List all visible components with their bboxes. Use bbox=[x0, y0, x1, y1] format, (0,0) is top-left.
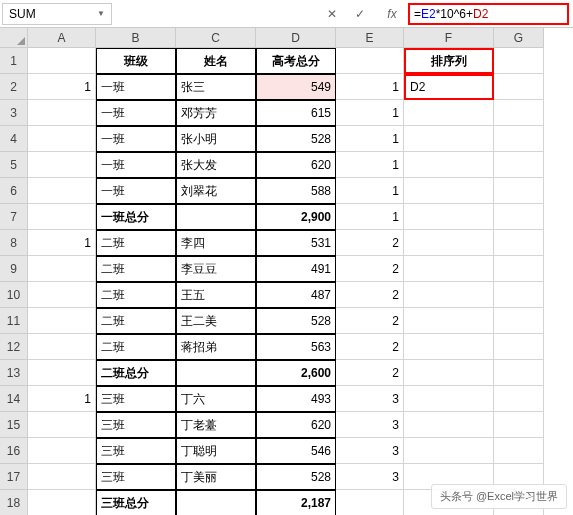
cell-c14[interactable]: 丁六 bbox=[176, 386, 256, 412]
cell-a4[interactable] bbox=[28, 126, 96, 152]
cell-c7[interactable] bbox=[176, 204, 256, 230]
chevron-down-icon[interactable]: ▼ bbox=[97, 9, 105, 18]
cell-f6[interactable] bbox=[404, 178, 494, 204]
cell-d13[interactable]: 2,600 bbox=[256, 360, 336, 386]
row-header-10[interactable]: 10 bbox=[0, 282, 28, 308]
col-header-a[interactable]: A bbox=[28, 28, 96, 48]
cell-g10[interactable] bbox=[494, 282, 544, 308]
cell-b4[interactable]: 一班 bbox=[96, 126, 176, 152]
cell-f14[interactable] bbox=[404, 386, 494, 412]
cell-d9[interactable]: 491 bbox=[256, 256, 336, 282]
cell-f10[interactable] bbox=[404, 282, 494, 308]
cell-a12[interactable] bbox=[28, 334, 96, 360]
cell-a17[interactable] bbox=[28, 464, 96, 490]
cell-d18[interactable]: 2,187 bbox=[256, 490, 336, 515]
cell-d5[interactable]: 620 bbox=[256, 152, 336, 178]
cell-e7[interactable]: 1 bbox=[336, 204, 404, 230]
cell-g4[interactable] bbox=[494, 126, 544, 152]
cell-g7[interactable] bbox=[494, 204, 544, 230]
cell-d15[interactable]: 620 bbox=[256, 412, 336, 438]
cell-f7[interactable] bbox=[404, 204, 494, 230]
cell-a3[interactable] bbox=[28, 100, 96, 126]
cell-g5[interactable] bbox=[494, 152, 544, 178]
row-header-7[interactable]: 7 bbox=[0, 204, 28, 230]
formula-input[interactable]: =E2*10^6+D2 bbox=[408, 3, 569, 25]
cell-b7[interactable]: 一班总分 bbox=[96, 204, 176, 230]
cell-e8[interactable]: 2 bbox=[336, 230, 404, 256]
cell-f3[interactable] bbox=[404, 100, 494, 126]
name-box[interactable]: SUM ▼ bbox=[2, 3, 112, 25]
row-header-14[interactable]: 14 bbox=[0, 386, 28, 412]
cell-d11[interactable]: 528 bbox=[256, 308, 336, 334]
col-header-b[interactable]: B bbox=[96, 28, 176, 48]
row-header-12[interactable]: 12 bbox=[0, 334, 28, 360]
cell-a7[interactable] bbox=[28, 204, 96, 230]
row-header-17[interactable]: 17 bbox=[0, 464, 28, 490]
cell-d2[interactable]: 549 bbox=[256, 74, 336, 100]
cell-g2[interactable] bbox=[494, 74, 544, 100]
cell-a5[interactable] bbox=[28, 152, 96, 178]
cell-f2-active[interactable]: D2 bbox=[404, 74, 494, 100]
col-header-c[interactable]: C bbox=[176, 28, 256, 48]
cell-e1[interactable] bbox=[336, 48, 404, 74]
cell-b12[interactable]: 二班 bbox=[96, 334, 176, 360]
cell-e2[interactable]: 1 bbox=[336, 74, 404, 100]
cell-d4[interactable]: 528 bbox=[256, 126, 336, 152]
row-header-6[interactable]: 6 bbox=[0, 178, 28, 204]
cell-e16[interactable]: 3 bbox=[336, 438, 404, 464]
cell-e13[interactable]: 2 bbox=[336, 360, 404, 386]
cell-g11[interactable] bbox=[494, 308, 544, 334]
row-header-4[interactable]: 4 bbox=[0, 126, 28, 152]
cell-b16[interactable]: 三班 bbox=[96, 438, 176, 464]
cell-a16[interactable] bbox=[28, 438, 96, 464]
cell-g9[interactable] bbox=[494, 256, 544, 282]
cell-c10[interactable]: 王五 bbox=[176, 282, 256, 308]
cell-e9[interactable]: 2 bbox=[336, 256, 404, 282]
cell-a14[interactable]: 1 bbox=[28, 386, 96, 412]
header-name[interactable]: 姓名 bbox=[176, 48, 256, 74]
cell-c3[interactable]: 邓芳芳 bbox=[176, 100, 256, 126]
cell-a8[interactable]: 1 bbox=[28, 230, 96, 256]
cell-e11[interactable]: 2 bbox=[336, 308, 404, 334]
confirm-icon[interactable]: ✓ bbox=[348, 3, 372, 25]
cell-a10[interactable] bbox=[28, 282, 96, 308]
cell-c17[interactable]: 丁美丽 bbox=[176, 464, 256, 490]
cell-e18[interactable] bbox=[336, 490, 404, 515]
cell-f5[interactable] bbox=[404, 152, 494, 178]
cell-b18[interactable]: 三班总分 bbox=[96, 490, 176, 515]
cell-b2[interactable]: 一班 bbox=[96, 74, 176, 100]
cell-d14[interactable]: 493 bbox=[256, 386, 336, 412]
cell-a15[interactable] bbox=[28, 412, 96, 438]
cell-d12[interactable]: 563 bbox=[256, 334, 336, 360]
cell-b3[interactable]: 一班 bbox=[96, 100, 176, 126]
cell-g16[interactable] bbox=[494, 438, 544, 464]
cell-g15[interactable] bbox=[494, 412, 544, 438]
cell-e3[interactable]: 1 bbox=[336, 100, 404, 126]
row-header-3[interactable]: 3 bbox=[0, 100, 28, 126]
cell-b14[interactable]: 三班 bbox=[96, 386, 176, 412]
cell-f15[interactable] bbox=[404, 412, 494, 438]
cell-b17[interactable]: 三班 bbox=[96, 464, 176, 490]
header-class[interactable]: 班级 bbox=[96, 48, 176, 74]
cell-f16[interactable] bbox=[404, 438, 494, 464]
header-score[interactable]: 高考总分 bbox=[256, 48, 336, 74]
cell-d10[interactable]: 487 bbox=[256, 282, 336, 308]
row-header-15[interactable]: 15 bbox=[0, 412, 28, 438]
cell-c18[interactable] bbox=[176, 490, 256, 515]
cell-c6[interactable]: 刘翠花 bbox=[176, 178, 256, 204]
cell-b8[interactable]: 二班 bbox=[96, 230, 176, 256]
cancel-icon[interactable]: ✕ bbox=[320, 3, 344, 25]
cell-d3[interactable]: 615 bbox=[256, 100, 336, 126]
cell-e10[interactable]: 2 bbox=[336, 282, 404, 308]
cell-c12[interactable]: 蒋招弟 bbox=[176, 334, 256, 360]
cell-g1[interactable] bbox=[494, 48, 544, 74]
cell-g14[interactable] bbox=[494, 386, 544, 412]
cell-c8[interactable]: 李四 bbox=[176, 230, 256, 256]
cell-a1[interactable] bbox=[28, 48, 96, 74]
cell-e17[interactable]: 3 bbox=[336, 464, 404, 490]
cell-e5[interactable]: 1 bbox=[336, 152, 404, 178]
cell-f11[interactable] bbox=[404, 308, 494, 334]
cell-e14[interactable]: 3 bbox=[336, 386, 404, 412]
cell-b10[interactable]: 二班 bbox=[96, 282, 176, 308]
row-header-8[interactable]: 8 bbox=[0, 230, 28, 256]
